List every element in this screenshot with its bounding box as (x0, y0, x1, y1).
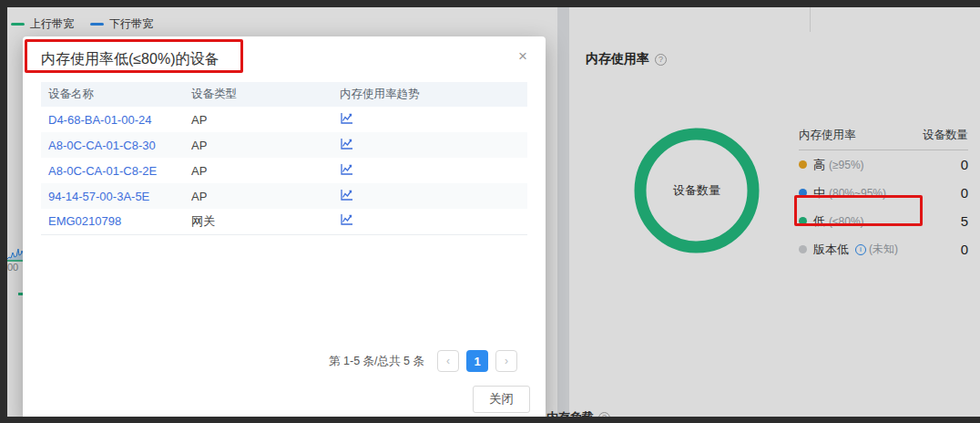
frame-strip-top (0, 0, 980, 7)
device-type-cell: AP (184, 183, 332, 209)
trend-chart-icon[interactable] (340, 163, 353, 176)
device-name-link[interactable]: 94-14-57-00-3A-5E (48, 190, 149, 203)
close-icon[interactable]: × (518, 48, 527, 64)
table-row: EMG0210798 网关 (41, 209, 527, 234)
trend-chart-icon[interactable] (340, 138, 353, 150)
pagination-summary: 第 1-5 条/总共 5 条 (329, 354, 424, 369)
prev-page-button[interactable]: ‹ (437, 350, 459, 372)
device-type-cell: 网关 (184, 209, 332, 234)
table-row: 94-14-57-00-3A-5E AP (41, 183, 527, 209)
device-name-link[interactable]: A8-0C-CA-01-C8-30 (48, 139, 156, 152)
device-name-link[interactable]: D4-68-BA-01-00-24 (48, 113, 151, 127)
header-device-name: 设备名称 (41, 82, 184, 107)
next-page-button[interactable]: › (495, 350, 517, 372)
pagination: 第 1-5 条/总共 5 条 ‹ 1 › (329, 350, 517, 372)
header-device-type: 设备类型 (184, 82, 332, 107)
device-type-cell: AP (184, 132, 332, 158)
header-memory-trend: 内存使用率趋势 (332, 82, 527, 107)
frame-strip-bottom (0, 417, 980, 423)
low-memory-devices-modal: 内存使用率低(≤80%)的设备 × 设备名称 设备类型 内存使用率趋势 D4-6… (23, 36, 546, 423)
device-table: 设备名称 设备类型 内存使用率趋势 D4-68-BA-01-00-24 AP A… (41, 82, 527, 235)
device-type-cell: AP (184, 107, 332, 132)
app-screen: 上行带宽 下行带宽 00 内存使用率 ? 设备数量 内存使用率 设备数量 高 (… (0, 0, 980, 423)
table-row: A8-0C-CA-01-C8-2E AP (41, 158, 527, 183)
page-1-button[interactable]: 1 (466, 350, 488, 372)
device-type-cell: AP (184, 158, 332, 183)
frame-strip-left (0, 0, 7, 423)
table-row: D4-68-BA-01-00-24 AP (41, 107, 527, 132)
table-header-row: 设备名称 设备类型 内存使用率趋势 (41, 82, 527, 107)
device-name-link[interactable]: A8-0C-CA-01-C8-2E (48, 164, 157, 178)
modal-title: 内存使用率低(≤80%)的设备 (41, 50, 219, 69)
trend-chart-icon[interactable] (340, 213, 353, 226)
table-row: A8-0C-CA-01-C8-30 AP (41, 132, 527, 158)
trend-chart-icon[interactable] (340, 189, 353, 201)
close-button[interactable]: 关闭 (473, 386, 530, 413)
device-name-link[interactable]: EMG0210798 (48, 214, 121, 228)
trend-chart-icon[interactable] (340, 112, 353, 125)
